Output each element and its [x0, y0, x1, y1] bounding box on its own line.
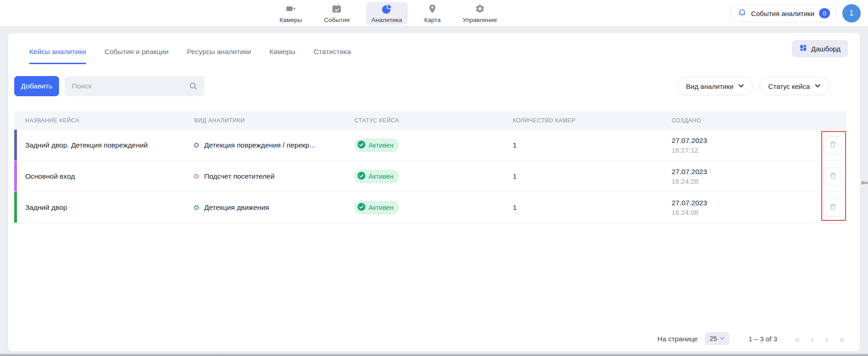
delete-case-button[interactable]	[824, 198, 842, 217]
status-cell: Активен	[343, 170, 502, 183]
actions-cell	[819, 198, 846, 217]
case-name: Основной вход	[14, 172, 183, 181]
per-page-value: 25	[710, 335, 717, 342]
analytics-type-label: Подсчет посетителей	[204, 172, 275, 181]
analytics-type-ring-icon	[194, 143, 199, 148]
first-page-icon[interactable]: «	[795, 334, 800, 344]
nav-item-analytics[interactable]: Аналитика	[366, 2, 408, 25]
last-page-icon[interactable]: »	[839, 334, 845, 344]
created-cell: 27.07.2023 16:24:28	[661, 168, 819, 185]
table-header-row: НАЗВАНИЕ КЕЙСА ВИД АНАЛИТИКИ СТАТУС КЕЙС…	[14, 111, 846, 130]
nav-item-cameras[interactable]: Камеры	[274, 2, 307, 25]
status-cell: Активен	[343, 138, 502, 152]
delete-case-button[interactable]	[824, 167, 842, 186]
delete-case-button[interactable]	[824, 136, 842, 154]
table-row[interactable]: Задний двор Детекция движения Активен 1 …	[14, 192, 846, 223]
main-navigation: Камеры События Аналитика Карта Управлени…	[274, 0, 502, 27]
analytics-events-button[interactable]: События аналитики 0	[731, 4, 836, 22]
analytics-type-ring-icon	[194, 205, 199, 210]
tab-statistics[interactable]: Статистика	[314, 48, 351, 64]
chevron-down-icon	[720, 335, 725, 342]
tab-bar: Кейсы аналитики События и реакции Ресурс…	[29, 48, 351, 64]
column-header-created: СОЗДАНО	[661, 117, 819, 124]
analytics-type-label: Детекция движения	[204, 203, 269, 212]
bell-icon	[738, 8, 747, 19]
content-card: Кейсы аналитики События и реакции Ресурс…	[8, 33, 860, 351]
dashboard-button[interactable]: Дашборд	[792, 40, 848, 57]
per-page-select[interactable]: 25	[705, 332, 729, 345]
created-time: 16:24:08	[672, 208, 819, 216]
nav-label: Аналитика	[372, 16, 402, 23]
map-pin-icon	[427, 4, 437, 16]
per-page-label: На странице	[657, 335, 698, 343]
check-circle-icon	[358, 203, 365, 212]
gear-icon	[475, 4, 485, 16]
status-label: Активен	[369, 173, 394, 180]
created-date: 27.07.2023	[672, 137, 819, 145]
events-button-label: События аналитики	[751, 10, 814, 17]
page-range-label: 1 – 3 of 3	[749, 335, 777, 343]
window-bottom-edge	[0, 354, 868, 356]
check-circle-icon	[358, 172, 365, 181]
trash-icon	[829, 141, 837, 150]
status-badge: Активен	[354, 138, 399, 152]
created-cell: 27.07.2023 16:27:12	[661, 137, 819, 154]
case-name: Задний двор. Детекция повреждений	[14, 141, 183, 149]
case-color-bar	[14, 192, 17, 223]
header-right-cluster: События аналитики 0 1	[731, 4, 861, 22]
status-badge: Активен	[354, 170, 399, 183]
table-row[interactable]: Задний двор. Детекция повреждений Детекц…	[14, 130, 846, 161]
case-color-bar	[14, 161, 17, 192]
table-row[interactable]: Основной вход Подсчет посетителей Активе…	[14, 161, 846, 192]
dashboard-button-label: Дашборд	[811, 45, 841, 53]
column-header-status: СТАТУС КЕЙСА	[343, 117, 502, 124]
case-name: Задний двор	[14, 203, 183, 212]
nav-label: Карта	[424, 16, 440, 23]
analytics-type-ring-icon	[194, 174, 199, 179]
pie-chart-icon	[382, 4, 392, 16]
status-label: Активен	[369, 204, 394, 211]
actions-cell	[819, 136, 846, 154]
nav-item-map[interactable]: Карта	[418, 2, 446, 25]
cameras-count: 1	[502, 141, 661, 149]
next-page-icon[interactable]: ›	[825, 334, 828, 344]
prev-page-icon[interactable]: ‹	[811, 334, 814, 344]
tab-analytics-cases[interactable]: Кейсы аналитики	[29, 48, 86, 64]
pagination-bar: На странице 25 1 – 3 of 3 « ‹ › »	[657, 332, 845, 345]
chevron-down-icon	[738, 82, 744, 90]
created-time: 16:27:12	[672, 146, 819, 154]
case-color-bar	[14, 130, 17, 160]
created-date: 27.07.2023	[672, 168, 819, 176]
analytics-type-filter[interactable]: Вид аналитики	[678, 77, 754, 95]
status-cell: Активен	[343, 201, 502, 214]
trash-icon	[829, 203, 837, 212]
nav-item-events[interactable]: События	[319, 2, 355, 25]
filter-label: Статус кейса	[768, 82, 810, 90]
tab-analytics-resources[interactable]: Ресурсы аналитики	[187, 48, 251, 64]
analytics-type-cell: Детекция повреждения / перекр...	[183, 141, 343, 149]
cases-table: НАЗВАНИЕ КЕЙСА ВИД АНАЛИТИКИ СТАТУС КЕЙС…	[14, 111, 846, 223]
case-status-filter[interactable]: Статус кейса	[760, 77, 830, 95]
status-badge: Активен	[354, 201, 399, 214]
cameras-count: 1	[502, 203, 661, 212]
tab-events-reactions[interactable]: События и реакции	[104, 48, 168, 64]
column-header-name: НАЗВАНИЕ КЕЙСА	[14, 117, 183, 124]
created-date: 27.07.2023	[672, 199, 819, 207]
analytics-type-cell: Детекция движения	[183, 203, 343, 212]
created-time: 16:24:28	[672, 177, 819, 185]
status-label: Активен	[369, 142, 394, 149]
chevron-down-icon	[814, 82, 821, 90]
created-cell: 27.07.2023 16:24:08	[661, 199, 819, 216]
dashboard-grid-icon	[799, 44, 807, 53]
check-circle-icon	[358, 141, 365, 150]
pager-controls: « ‹ › »	[795, 334, 845, 344]
search-input[interactable]	[65, 76, 204, 96]
nav-item-management[interactable]: Управление	[457, 2, 503, 25]
user-avatar[interactable]: 1	[842, 4, 861, 22]
add-case-button[interactable]: Добавить	[14, 76, 59, 96]
camera-icon	[286, 4, 296, 16]
tab-cameras[interactable]: Камеры	[269, 48, 295, 64]
filter-group: Вид аналитики Статус кейса	[678, 77, 830, 95]
column-header-cameras: КОЛИЧЕСТВО КАМЕР	[502, 117, 661, 124]
cameras-count: 1	[502, 172, 661, 181]
